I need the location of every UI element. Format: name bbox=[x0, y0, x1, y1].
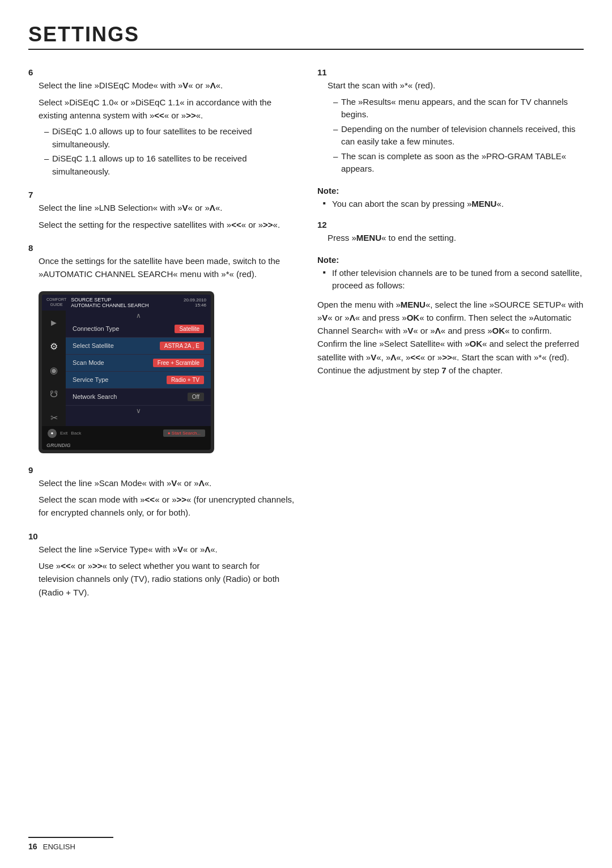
tv-date: 20.09.2010 bbox=[184, 297, 206, 303]
tv-connection-type-label: Connection Type bbox=[73, 325, 119, 332]
channel-search-label: AUTOMATIC CHANNEL SEARCH bbox=[71, 303, 184, 308]
tv-start-search-label: ● Start Search... bbox=[163, 429, 205, 437]
note-2-content: If other television channels are to be t… bbox=[323, 267, 584, 292]
tv-network-search-label: Network Search bbox=[73, 393, 117, 400]
step-8-content: Once the settings for the satellite have… bbox=[39, 254, 295, 281]
tv-network-search-value: Off bbox=[188, 393, 204, 401]
step-6-bullet-1: DiSEqC 1.0 allows up to four satellites … bbox=[44, 125, 295, 151]
step-9: 9 Select the line »Scan Mode« with »V« o… bbox=[28, 463, 295, 520]
step-12-p1: Press »MENU« to end the setting. bbox=[328, 231, 584, 244]
tv-service-type-value: Radio + TV bbox=[167, 376, 204, 384]
tv-icon-headphone: ☋ bbox=[46, 386, 62, 402]
tv-scroll-up-indicator: ∧ bbox=[66, 310, 211, 321]
step-9-content: Select the line »Scan Mode« with »V« or … bbox=[39, 476, 295, 520]
tv-bottom-left-controls: ● Exit Back bbox=[48, 429, 81, 438]
page-footer: 16 ENGLISH bbox=[28, 837, 113, 851]
step-12-content: Press »MENU« to end the setting. bbox=[328, 231, 584, 244]
right-column: 11 Start the scan with »*« (red). The »R… bbox=[317, 66, 584, 609]
tv-sidebar: ► ⚙ ◉ ☋ ✂ bbox=[42, 310, 66, 426]
tv-row-scan-mode: Scan Mode Free + Scramble bbox=[66, 355, 211, 372]
tv-header-content: SOURCE SETUP AUTOMATIC CHANNEL SEARCH bbox=[71, 297, 184, 308]
step-10-p2: Use »<<« or »>>« to select whether you w… bbox=[39, 559, 295, 599]
tv-circle-btn: ● bbox=[48, 429, 57, 438]
tv-exit-label: Exit bbox=[60, 431, 67, 436]
page-title: SETTINGS bbox=[28, 23, 584, 50]
tv-row-network-search: Network Search Off bbox=[66, 389, 211, 406]
step-10: 10 Select the line »Service Type« with »… bbox=[28, 530, 295, 599]
step-7-p2: Select the setting for the respective sa… bbox=[39, 218, 295, 231]
tv-scan-mode-value: Free + Scramble bbox=[153, 359, 204, 367]
tv-back-label: Back bbox=[71, 431, 81, 436]
page-number: 16 bbox=[28, 842, 37, 851]
tv-connection-type-value: Satellite bbox=[175, 325, 204, 333]
step-12: 12 Press »MENU« to end the setting. bbox=[317, 218, 584, 245]
tv-row-select-satellite: Select Satellite ASTRA 2A , E bbox=[66, 338, 211, 355]
step-7: 7 Select the line »LNB Selection« with »… bbox=[28, 188, 295, 231]
step-6-bullet-2: DiSEqC 1.1 allows up to 16 satellites to… bbox=[44, 152, 295, 178]
step-8-p1: Once the settings for the satellite have… bbox=[39, 254, 295, 281]
step-11-p1: Start the scan with »*« (red). bbox=[328, 79, 584, 92]
tv-screen-mockup: COMFORTGUIDE SOURCE SETUP AUTOMATIC CHAN… bbox=[39, 291, 214, 453]
tv-menu: ∧ Connection Type Satellite Select Satel… bbox=[66, 310, 211, 426]
tv-top-bar: COMFORTGUIDE SOURCE SETUP AUTOMATIC CHAN… bbox=[42, 295, 211, 310]
note-1: Note: You can abort the scan by pressing… bbox=[317, 186, 584, 211]
tv-time: 15:46 bbox=[184, 303, 206, 308]
step-8: 8 Once the settings for the satellite ha… bbox=[28, 241, 295, 281]
tv-datetime: 20.09.2010 15:46 bbox=[184, 297, 206, 308]
step-6-content: Select the line »DISEqC Mode« with »V« o… bbox=[39, 79, 295, 178]
tv-scroll-down-indicator: ∨ bbox=[66, 406, 211, 416]
tv-inner-screen: COMFORTGUIDE SOURCE SETUP AUTOMATIC CHAN… bbox=[42, 295, 211, 450]
step-11: 11 Start the scan with »*« (red). The »R… bbox=[317, 66, 584, 176]
tv-select-satellite-value: ASTRA 2A , E bbox=[160, 342, 204, 350]
step-12-num: 12 bbox=[317, 220, 327, 229]
step-9-p1: Select the line »Scan Mode« with »V« or … bbox=[39, 476, 295, 490]
step-9-p2: Select the scan mode with »<<« or »>>« (… bbox=[39, 493, 295, 520]
step-7-num: 7 bbox=[28, 190, 33, 199]
grundig-logo: GRUNDIG bbox=[42, 441, 211, 450]
tv-icon-eye: ◉ bbox=[46, 363, 62, 378]
tv-row-connection-type: Connection Type Satellite bbox=[66, 321, 211, 338]
step-11-bullets: The »Results« menu appears, and the scan… bbox=[333, 96, 584, 176]
step-8-num: 8 bbox=[28, 243, 33, 253]
page-language: ENGLISH bbox=[43, 843, 75, 851]
note-2-item-1: If other television channels are to be t… bbox=[323, 267, 584, 292]
source-setup-label: SOURCE SETUP bbox=[71, 297, 184, 303]
step-6-p2: Select »DiSEqC 1.0« or »DiSEqC 1.1« in a… bbox=[39, 96, 295, 122]
left-column: 6 Select the line »DISEqC Mode« with »V«… bbox=[28, 66, 295, 609]
step-6-bullets: DiSEqC 1.0 allows up to four satellites … bbox=[44, 125, 295, 178]
step-11-num: 11 bbox=[317, 67, 327, 77]
note-2-label: Note: bbox=[317, 255, 584, 265]
tv-main-area: ► ⚙ ◉ ☋ ✂ ∧ Connection Type bbox=[42, 310, 211, 426]
tv-service-type-label: Service Type bbox=[73, 376, 108, 383]
step-10-p1: Select the line »Service Type« with »V« … bbox=[39, 543, 295, 556]
tv-icon-play: ► bbox=[46, 315, 62, 331]
step-7-content: Select the line »LNB Selection« with »V«… bbox=[39, 201, 295, 231]
step-10-content: Select the line »Service Type« with »V« … bbox=[39, 543, 295, 599]
tv-icon-scissors: ✂ bbox=[46, 410, 62, 426]
tv-row-service-type: Service Type Radio + TV bbox=[66, 372, 211, 389]
step-9-num: 9 bbox=[28, 465, 33, 475]
step-6: 6 Select the line »DISEqC Mode« with »V«… bbox=[28, 66, 295, 178]
note-2-paragraph: Open the menu with »MENU«, select the li… bbox=[317, 298, 584, 377]
step-11-bullet-2: Depending on the number of television ch… bbox=[333, 123, 584, 148]
note-1-item-1: You can abort the scan by pressing »MENU… bbox=[323, 198, 584, 211]
step-6-num: 6 bbox=[28, 67, 33, 77]
tv-outer-frame: COMFORTGUIDE SOURCE SETUP AUTOMATIC CHAN… bbox=[39, 291, 214, 453]
note-1-label: Note: bbox=[317, 186, 584, 195]
tv-scan-mode-label: Scan Mode bbox=[73, 359, 104, 366]
tv-select-satellite-label: Select Satellite bbox=[73, 342, 114, 349]
step-11-bullet-1: The »Results« menu appears, and the scan… bbox=[333, 96, 584, 121]
step-10-num: 10 bbox=[28, 531, 38, 541]
comfort-guide-label: COMFORTGUIDE bbox=[46, 297, 66, 307]
step-6-p1: Select the line »DISEqC Mode« with »V« o… bbox=[39, 79, 295, 92]
note-1-content: You can abort the scan by pressing »MENU… bbox=[323, 198, 584, 211]
note-2: Note: If other television channels are t… bbox=[317, 255, 584, 377]
step-11-bullet-3: The scan is complete as soon as the »PRO… bbox=[333, 150, 584, 176]
step-11-content: Start the scan with »*« (red). The »Resu… bbox=[328, 79, 584, 175]
tv-bottom-bar: ● Exit Back ● Start Search... bbox=[42, 426, 211, 441]
tv-icon-settings: ⚙ bbox=[46, 339, 62, 355]
step-7-p1: Select the line »LNB Selection« with »V«… bbox=[39, 201, 295, 214]
